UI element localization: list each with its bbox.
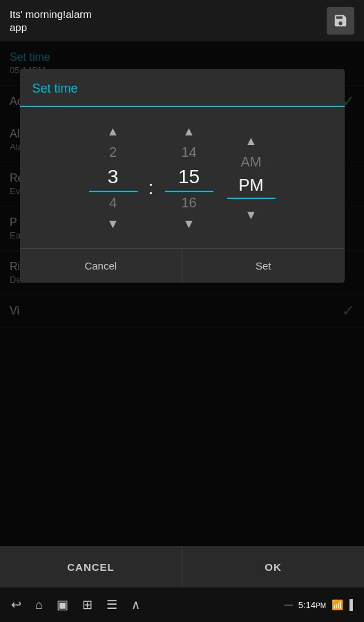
dialog-title: Set time (32, 82, 332, 96)
recents-icon[interactable]: ▣ (57, 597, 68, 612)
hour-up-arrow[interactable]: ▲ (103, 121, 124, 142)
dialog-overlay: Set time ▲ 2 3 4 ▼ : ▲ 14 15 (0, 41, 364, 553)
dialog-buttons: Cancel Set (20, 248, 345, 283)
minute-below-value: 16 (165, 192, 213, 214)
top-bar: Its' morning!alarm app (0, 0, 364, 41)
ampm-down-arrow[interactable]: ▼ (241, 205, 262, 225)
hour-below-value: 4 (89, 192, 137, 214)
hour-current-value[interactable]: 3 (89, 163, 137, 192)
dialog-cancel-button[interactable]: Cancel (20, 249, 183, 283)
minute-picker: ▲ 14 15 16 ▼ (158, 121, 220, 234)
bottom-action-bar: CANCEL OK (0, 546, 364, 587)
save-icon (333, 13, 348, 28)
ampm-above-value: AM (227, 151, 276, 173)
back-icon[interactable]: ↩ (11, 597, 21, 612)
system-time: 5:14PM (298, 600, 326, 610)
ok-button[interactable]: OK (182, 546, 364, 587)
time-separator: : (144, 156, 158, 199)
keyboard-icon[interactable]: ∧ (131, 597, 140, 612)
wifi-icon: 📶 (332, 599, 343, 610)
menu-icon[interactable]: ☰ (106, 597, 117, 612)
minute-current-value[interactable]: 15 (165, 163, 213, 192)
hour-above-value: 2 (89, 142, 137, 163)
minute-above-value: 14 (165, 142, 213, 163)
signal-icons: 📶 ▐ (332, 599, 353, 610)
app-title: Its' morning!alarm app (10, 8, 92, 35)
save-button[interactable] (327, 7, 354, 35)
ampm-current-value[interactable]: PM (227, 173, 276, 199)
apps-icon[interactable]: ⊞ (82, 597, 93, 612)
system-nav: ↩ ⌂ ▣ ⊞ ☰ ∧ — 5:14PM 📶 ▐ (0, 587, 364, 622)
minute-up-arrow[interactable]: ▲ (179, 121, 200, 142)
main-content: Set time 05:14PM Active ✓ Alarm Message … (0, 41, 364, 553)
hour-down-arrow[interactable]: ▼ (103, 214, 124, 234)
cancel-button[interactable]: CANCEL (0, 546, 182, 587)
minute-down-arrow[interactable]: ▼ (179, 214, 200, 234)
home-icon[interactable]: ⌂ (35, 598, 43, 612)
ampm-below-value (227, 199, 276, 205)
ampm-up-arrow[interactable]: ▲ (241, 131, 262, 151)
battery-dash: — (285, 600, 293, 610)
signal-icon: ▐ (346, 599, 353, 610)
set-time-dialog: Set time ▲ 2 3 4 ▼ : ▲ 14 15 (20, 69, 345, 283)
hour-picker: ▲ 2 3 4 ▼ (82, 121, 144, 234)
nav-left-icons: ↩ ⌂ ▣ ⊞ ☰ ∧ (11, 597, 140, 612)
nav-right-icons: — 5:14PM 📶 ▐ (285, 599, 353, 610)
ampm-picker: ▲ AM PM ▼ (220, 131, 282, 225)
dialog-title-bar: Set time (20, 69, 345, 107)
dialog-set-button[interactable]: Set (182, 249, 345, 283)
dialog-body: ▲ 2 3 4 ▼ : ▲ 14 15 16 ▼ ▲ (20, 107, 345, 241)
